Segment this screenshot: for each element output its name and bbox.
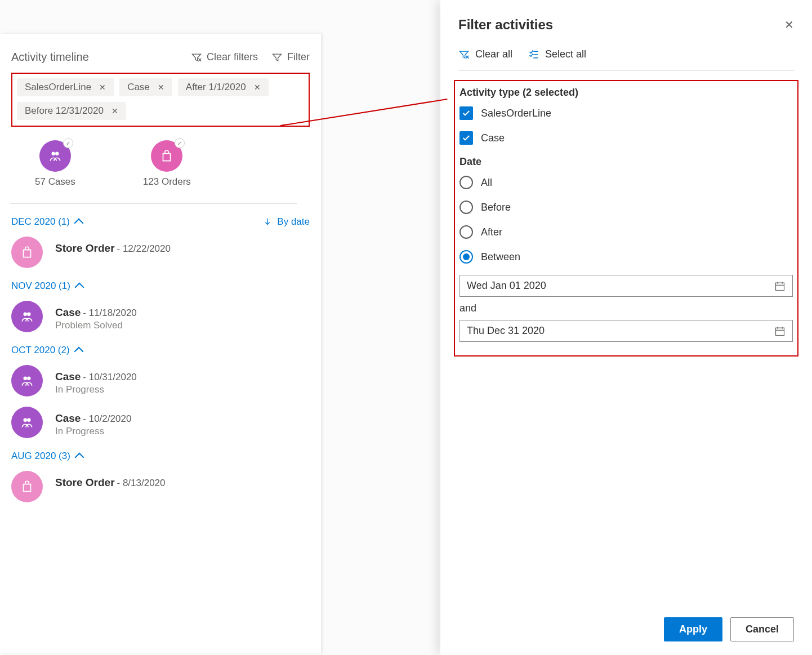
svg-point-2 xyxy=(24,312,28,316)
sort-by-date[interactable]: By date xyxy=(262,216,310,228)
background-shade xyxy=(321,0,439,655)
flyout-header: Filter activities ✕ xyxy=(458,17,794,33)
flyout-footer: Apply Cancel xyxy=(664,617,794,641)
item-date: - 10/31/2020 xyxy=(83,372,136,382)
filter-clear-icon xyxy=(191,52,202,63)
item-subtitle: In Progress xyxy=(55,384,137,395)
person-icon xyxy=(20,309,34,324)
activity-timeline-panel: Activity timeline Clear filters Filter S… xyxy=(0,34,321,653)
checkbox-salesorderline[interactable]: SalesOrderLine xyxy=(459,106,793,120)
item-body: Case - 10/31/2020 In Progress xyxy=(55,365,137,395)
item-title: Store Order xyxy=(55,476,115,488)
radio-selected-icon xyxy=(459,250,473,264)
filter-chip[interactable]: After 1/1/2020 ✕ xyxy=(178,78,269,96)
person-icon xyxy=(48,149,63,163)
timeline-header: Activity timeline Clear filters Filter xyxy=(11,51,310,64)
month-label-text: OCT 2020 (2) xyxy=(11,345,70,356)
arrow-down-icon xyxy=(262,217,273,227)
flyout-toolbar: Clear all Select all xyxy=(458,48,794,71)
calendar-icon xyxy=(774,326,786,337)
flyout-title: Filter activities xyxy=(458,17,553,33)
item-body: Case - 11/18/2020 Problem Solved xyxy=(55,301,137,331)
chip-label: After 1/1/2020 xyxy=(186,82,246,93)
person-icon xyxy=(20,415,34,430)
close-button[interactable]: ✕ xyxy=(784,18,794,32)
month-header: OCT 2020 (2) xyxy=(11,345,310,356)
summary-cases[interactable]: ✓ 57 Cases xyxy=(35,140,75,188)
clear-all-button[interactable]: Clear all xyxy=(458,48,512,60)
bag-icon xyxy=(20,245,34,260)
checkbox-checked-icon xyxy=(459,106,473,120)
bydate-label: By date xyxy=(277,216,310,228)
close-icon[interactable]: ✕ xyxy=(254,83,261,92)
background-shade-top xyxy=(0,0,321,34)
timeline-title: Activity timeline xyxy=(11,51,89,64)
item-title: Case xyxy=(55,371,81,382)
radio-icon xyxy=(459,176,473,189)
filter-clear-icon xyxy=(458,49,470,60)
apply-button[interactable]: Apply xyxy=(664,617,722,641)
clear-all-label: Clear all xyxy=(475,48,512,60)
clear-filters-button[interactable]: Clear filters xyxy=(191,51,258,63)
cancel-label: Cancel xyxy=(746,623,779,635)
svg-point-3 xyxy=(27,312,31,316)
svg-point-1 xyxy=(55,152,59,155)
chip-label: Case xyxy=(127,82,150,93)
check-icon: ✓ xyxy=(63,138,73,148)
date-end-input[interactable]: Thu Dec 31 2020 xyxy=(459,320,793,342)
timeline-item[interactable]: Store Order - 8/13/2020 xyxy=(11,471,310,502)
item-date: - 12/22/2020 xyxy=(117,243,170,254)
close-icon[interactable]: ✕ xyxy=(158,83,164,92)
month-header: AUG 2020 (3) xyxy=(11,451,310,462)
filter-options-box: Activity type (2 selected) SalesOrderLin… xyxy=(454,80,798,357)
month-toggle[interactable]: AUG 2020 (3) xyxy=(11,451,83,462)
timeline-item[interactable]: Store Order - 12/22/2020 xyxy=(11,237,310,268)
cancel-button[interactable]: Cancel xyxy=(730,617,794,641)
date-and-label: and xyxy=(459,302,793,314)
timeline-item[interactable]: Case - 11/18/2020 Problem Solved xyxy=(11,301,310,332)
month-toggle[interactable]: DEC 2020 (1) xyxy=(11,216,82,228)
close-icon[interactable]: ✕ xyxy=(111,106,118,115)
close-icon[interactable]: ✕ xyxy=(99,83,106,92)
month-toggle[interactable]: OCT 2020 (2) xyxy=(11,345,82,356)
svg-rect-8 xyxy=(776,283,784,290)
filter-chip[interactable]: Before 12/31/2020 ✕ xyxy=(17,102,126,120)
filter-icon xyxy=(271,52,283,63)
radio-label: After xyxy=(481,226,502,238)
select-all-label: Select all xyxy=(545,48,586,60)
radio-after[interactable]: After xyxy=(459,225,793,239)
chevron-up-icon xyxy=(74,219,83,228)
radio-between[interactable]: Between xyxy=(459,250,793,264)
filter-button[interactable]: Filter xyxy=(271,51,310,63)
date-end-value: Thu Dec 31 2020 xyxy=(467,325,545,337)
radio-label: Between xyxy=(481,251,520,263)
bag-icon xyxy=(159,149,174,163)
summary-cases-label: 57 Cases xyxy=(35,176,75,188)
date-start-input[interactable]: Wed Jan 01 2020 xyxy=(459,275,793,297)
chip-label: Before 12/31/2020 xyxy=(25,105,104,117)
filter-chip[interactable]: Case ✕ xyxy=(119,78,172,96)
month-label-text: NOV 2020 (1) xyxy=(11,280,70,292)
filter-chip[interactable]: SalesOrderLine ✕ xyxy=(17,78,114,96)
month-toggle[interactable]: NOV 2020 (1) xyxy=(11,280,83,292)
radio-before[interactable]: Before xyxy=(459,200,793,214)
radio-all[interactable]: All xyxy=(459,176,793,189)
checkbox-label: SalesOrderLine xyxy=(481,108,551,119)
chip-label: SalesOrderLine xyxy=(25,82,91,93)
item-title: Case xyxy=(55,306,81,318)
item-title: Case xyxy=(55,412,81,424)
svg-point-0 xyxy=(51,152,55,155)
month-header: NOV 2020 (1) xyxy=(11,280,310,292)
radio-icon xyxy=(459,225,473,239)
checkbox-case[interactable]: Case xyxy=(459,131,793,145)
svg-point-6 xyxy=(24,418,28,422)
item-subtitle: In Progress xyxy=(55,426,131,437)
chevron-up-icon xyxy=(74,347,83,357)
summary-orders[interactable]: ✓ 123 Orders xyxy=(143,140,191,188)
bag-icon xyxy=(20,479,34,494)
item-body: Store Order - 12/22/2020 xyxy=(55,237,171,255)
select-all-button[interactable]: Select all xyxy=(528,48,586,60)
timeline-item[interactable]: Case - 10/2/2020 In Progress xyxy=(11,407,310,438)
timeline-item[interactable]: Case - 10/31/2020 In Progress xyxy=(11,365,310,396)
checkbox-label: Case xyxy=(481,132,505,144)
